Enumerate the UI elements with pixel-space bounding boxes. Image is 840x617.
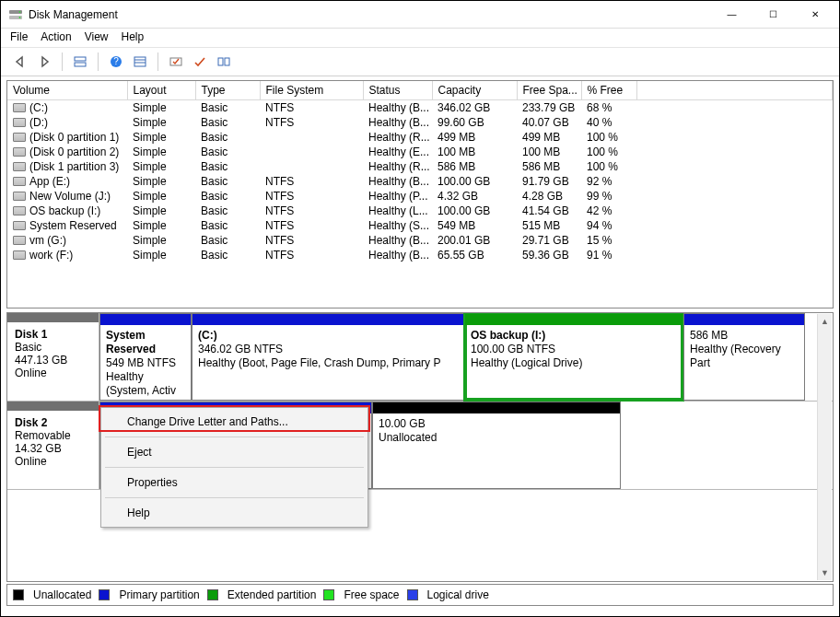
partition-title: (C:) bbox=[198, 329, 217, 342]
cell-free: 586 MB bbox=[517, 159, 581, 174]
table-row[interactable]: OS backup (I:)SimpleBasicNTFSHealthy (L.… bbox=[7, 204, 833, 218]
cell-type: Basic bbox=[195, 204, 260, 218]
table-row[interactable]: (Disk 0 partition 1)SimpleBasicHealthy (… bbox=[7, 130, 833, 145]
col-type[interactable]: Type bbox=[195, 81, 260, 100]
vertical-scrollbar[interactable]: ▲ ▼ bbox=[817, 314, 832, 580]
cell-type: Basic bbox=[195, 100, 260, 116]
cell-status: Healthy (E... bbox=[363, 145, 432, 159]
disk-state: Online bbox=[15, 367, 47, 379]
cell-volume: work (F:) bbox=[7, 248, 127, 262]
table-row[interactable]: New Volume (J:)SimpleBasicNTFSHealthy (P… bbox=[7, 189, 833, 204]
col-file-system[interactable]: File System bbox=[260, 81, 363, 100]
cell-fs: NTFS bbox=[260, 115, 363, 130]
col-capacity[interactable]: Capacity bbox=[432, 81, 517, 100]
table-row[interactable]: System ReservedSimpleBasicNTFSHealthy (S… bbox=[7, 218, 833, 233]
cell-status: Healthy (P... bbox=[363, 189, 432, 204]
col-layout[interactable]: Layout bbox=[127, 81, 195, 100]
maximize-button[interactable]: ☐ bbox=[752, 2, 794, 28]
menu-properties[interactable]: Properties bbox=[101, 471, 368, 495]
partition[interactable]: 10.00 GBUnallocated bbox=[372, 402, 621, 489]
scroll-down-icon[interactable]: ▼ bbox=[818, 565, 833, 580]
panel-list-icon[interactable] bbox=[130, 52, 150, 72]
cell-layout: Simple bbox=[127, 233, 195, 248]
table-row[interactable]: (D:)SimpleBasicNTFSHealthy (B...99.60 GB… bbox=[7, 115, 833, 130]
menu-eject[interactable]: Eject bbox=[101, 440, 368, 464]
layout-icon[interactable] bbox=[214, 52, 234, 72]
help-icon[interactable]: ? bbox=[106, 52, 126, 72]
volume-icon bbox=[13, 177, 26, 186]
close-button[interactable]: ✕ bbox=[794, 2, 835, 28]
col-volume[interactable]: Volume bbox=[7, 81, 127, 100]
cell-status: Healthy (B... bbox=[363, 233, 432, 248]
cell-fs: NTFS bbox=[260, 174, 363, 189]
partition[interactable]: 586 MBHealthy (Recovery Part bbox=[683, 313, 805, 401]
legend-unallocated: Unallocated bbox=[33, 588, 91, 601]
cell-capacity: 4.32 GB bbox=[432, 189, 517, 204]
settings-icon[interactable] bbox=[166, 52, 186, 72]
partition-status: Unallocated bbox=[379, 431, 437, 444]
cell-volume: (Disk 0 partition 2) bbox=[7, 145, 127, 159]
partition-size: 586 MB bbox=[690, 329, 728, 342]
partition-size: 346.02 GB NTFS bbox=[198, 343, 283, 355]
cell-volume: New Volume (J:) bbox=[7, 189, 127, 204]
cell-volume: (Disk 0 partition 1) bbox=[7, 130, 127, 145]
cell-pct: 91 % bbox=[581, 248, 636, 262]
forward-button[interactable] bbox=[34, 52, 54, 72]
cell-free: 515 MB bbox=[517, 218, 581, 233]
menu-help[interactable]: Help bbox=[122, 30, 145, 43]
partition[interactable]: System Reserved549 MB NTFSHealthy (Syste… bbox=[99, 313, 192, 401]
cell-type: Basic bbox=[195, 174, 260, 189]
cell-fs: NTFS bbox=[260, 218, 363, 233]
cell-status: Healthy (B... bbox=[363, 248, 432, 262]
partition-size: 10.00 GB bbox=[379, 417, 426, 430]
menu-file[interactable]: File bbox=[10, 30, 28, 43]
cell-fs: NTFS bbox=[260, 233, 363, 248]
volume-icon bbox=[13, 118, 26, 127]
check-icon[interactable] bbox=[190, 52, 210, 72]
partition-bar bbox=[465, 314, 682, 325]
menubar: File Action View Help bbox=[1, 29, 839, 47]
toolbar: ? bbox=[1, 47, 839, 76]
col-free-space[interactable]: Free Spa... bbox=[517, 81, 581, 100]
partition-size: 100.00 GB NTFS bbox=[471, 343, 555, 355]
partition[interactable]: OS backup (I:)100.00 GB NTFSHealthy (Log… bbox=[464, 313, 683, 401]
volume-icon bbox=[13, 103, 26, 112]
table-row[interactable]: vm (G:)SimpleBasicNTFSHealthy (B...200.0… bbox=[7, 233, 833, 248]
table-row[interactable]: work (F:)SimpleBasicNTFSHealthy (B...65.… bbox=[7, 248, 833, 262]
table-row[interactable]: (Disk 0 partition 2)SimpleBasicHealthy (… bbox=[7, 145, 833, 159]
table-row[interactable]: (C:)SimpleBasicNTFSHealthy (B...346.02 G… bbox=[7, 100, 833, 116]
cell-layout: Simple bbox=[127, 248, 195, 262]
partition-status: Healthy (Boot, Page File, Crash Dump, Pr… bbox=[198, 356, 440, 369]
menu-help[interactable]: Help bbox=[101, 501, 368, 525]
volume-icon bbox=[13, 162, 26, 171]
cell-capacity: 549 MB bbox=[432, 218, 517, 233]
menu-change-drive-letter[interactable]: Change Drive Letter and Paths... bbox=[101, 410, 368, 434]
cell-free: 100 MB bbox=[517, 145, 581, 159]
minimize-button[interactable]: — bbox=[711, 2, 752, 28]
col-status[interactable]: Status bbox=[363, 81, 432, 100]
partition[interactable]: (C:)346.02 GB NTFSHealthy (Boot, Page Fi… bbox=[192, 313, 464, 401]
disk-header-2[interactable]: Disk 2 Removable 14.32 GB Online bbox=[7, 402, 99, 489]
disk-size: 14.32 GB bbox=[15, 442, 62, 455]
menu-view[interactable]: View bbox=[85, 30, 109, 43]
cell-capacity: 65.55 GB bbox=[432, 248, 517, 262]
context-menu: Change Drive Letter and Paths... Eject P… bbox=[100, 407, 368, 528]
back-button[interactable] bbox=[10, 52, 30, 72]
scroll-up-icon[interactable]: ▲ bbox=[818, 314, 833, 329]
cell-free: 233.79 GB bbox=[517, 100, 581, 116]
table-row[interactable]: (Disk 1 partition 3)SimpleBasicHealthy (… bbox=[7, 159, 833, 174]
table-row[interactable]: App (E:)SimpleBasicNTFSHealthy (B...100.… bbox=[7, 174, 833, 189]
cell-pct: 15 % bbox=[581, 233, 636, 248]
cell-layout: Simple bbox=[127, 159, 195, 174]
cell-layout: Simple bbox=[127, 130, 195, 145]
partition-status: Healthy (System, Activ bbox=[106, 370, 176, 397]
volume-table[interactable]: Volume Layout Type File System Status Ca… bbox=[7, 81, 833, 262]
cell-layout: Simple bbox=[127, 145, 195, 159]
disk-header-1[interactable]: Disk 1 Basic 447.13 GB Online bbox=[7, 313, 99, 401]
cell-capacity: 586 MB bbox=[432, 159, 517, 174]
svg-rect-12 bbox=[218, 58, 223, 65]
panel-both-icon[interactable] bbox=[70, 52, 90, 72]
cell-volume: OS backup (I:) bbox=[7, 204, 127, 218]
col-pct-free[interactable]: % Free bbox=[581, 81, 636, 100]
menu-action[interactable]: Action bbox=[41, 30, 71, 43]
